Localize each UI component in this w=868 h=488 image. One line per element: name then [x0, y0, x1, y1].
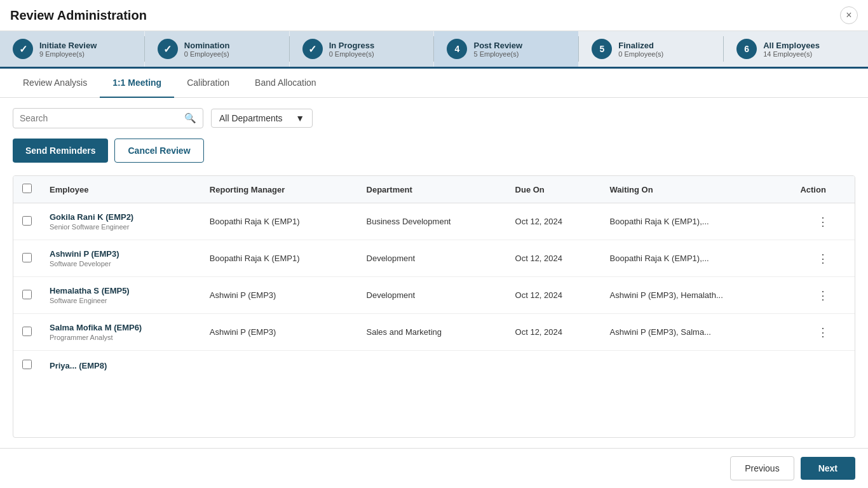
- waiting-cell-0: Boopathi Raja K (EMP1),...: [601, 203, 792, 240]
- tab-calibration[interactable]: Calibration: [174, 69, 242, 98]
- step-in-progress[interactable]: In Progress0 Employee(s): [290, 31, 434, 67]
- step-finalized[interactable]: 5Finalized0 Employee(s): [579, 31, 723, 67]
- action-cell-2: ⋮: [791, 277, 855, 314]
- action-menu-3[interactable]: ⋮: [800, 325, 846, 339]
- step-info-5: Finalized0 Employee(s): [618, 41, 663, 58]
- row-checkbox-cell-4: [13, 351, 41, 381]
- action-cell-1: ⋮: [791, 240, 855, 277]
- manager-cell-4: [201, 351, 358, 381]
- emp-cell-0: Gokila Rani K (EMP2)Senior Software Engi…: [41, 203, 201, 240]
- dept-cell-2: Development: [358, 277, 506, 314]
- department-label: All Departments: [219, 113, 283, 123]
- action-menu-0[interactable]: ⋮: [800, 215, 846, 229]
- step-all-employees[interactable]: 6All Employees14 Employee(s): [724, 31, 868, 67]
- step-name-5: Finalized: [618, 41, 663, 50]
- step-nomination[interactable]: Nomination0 Employee(s): [145, 31, 289, 67]
- step-count-3: 0 Employee(s): [329, 50, 375, 58]
- row-checkbox-4[interactable]: [22, 360, 32, 369]
- col-reporting-manager: Reporting Manager: [201, 176, 358, 203]
- emp-cell-4: Priya... (EMP8): [41, 351, 201, 381]
- previous-button[interactable]: Previous: [730, 456, 794, 480]
- step-count-4: 5 Employee(s): [473, 50, 522, 58]
- table-row: Ashwini P (EMP3)Software DeveloperBoopat…: [13, 240, 855, 277]
- tab-1on1-meeting[interactable]: 1:1 Meeting: [100, 69, 174, 98]
- cancel-review-button[interactable]: Cancel Review: [114, 139, 203, 163]
- action-cell-4: [791, 351, 855, 381]
- step-name-3: In Progress: [329, 41, 375, 50]
- step-info-4: Post Review5 Employee(s): [473, 41, 522, 58]
- actions-row: Send Reminders Cancel Review: [13, 139, 855, 163]
- steps-bar: Initiate Review9 Employee(s)Nomination0 …: [0, 31, 868, 69]
- emp-role-2: Software Engineer: [50, 297, 192, 304]
- row-checkbox-2[interactable]: [22, 290, 32, 299]
- col-waiting-on: Waiting On: [601, 176, 792, 203]
- emp-role-0: Senior Software Engineer: [50, 223, 192, 231]
- due-cell-3: Oct 12, 2024: [506, 314, 601, 351]
- step-icon-1: [13, 39, 33, 59]
- row-checkbox-0[interactable]: [22, 216, 32, 226]
- dept-cell-0: Business Development: [358, 203, 506, 240]
- filter-row: 🔍 All Departments ▼: [13, 108, 855, 128]
- step-icon-3: [302, 39, 323, 59]
- action-menu-2[interactable]: ⋮: [800, 288, 846, 302]
- footer: Previous Next: [0, 448, 868, 488]
- waiting-cell-3: Ashwini P (EMP3), Salma...: [601, 314, 792, 351]
- close-button[interactable]: ×: [840, 6, 858, 24]
- tab-review-analysis[interactable]: Review Analysis: [10, 69, 100, 98]
- step-count-6: 14 Employee(s): [763, 50, 820, 58]
- header: Review Administration ×: [0, 0, 868, 31]
- emp-cell-1: Ashwini P (EMP3)Software Developer: [41, 240, 201, 277]
- select-all-checkbox[interactable]: [22, 184, 32, 193]
- tabs-bar: Review Analysis1:1 MeetingCalibrationBan…: [0, 69, 868, 98]
- table-row: Salma Mofika M (EMP6)Programmer AnalystA…: [13, 314, 855, 351]
- emp-name-0: Gokila Rani K (EMP2): [50, 212, 192, 222]
- col-due-on: Due On: [506, 176, 601, 203]
- step-initiate-review[interactable]: Initiate Review9 Employee(s): [0, 31, 144, 67]
- row-checkbox-1[interactable]: [22, 253, 32, 262]
- main-container: Review Administration × Initiate Review9…: [0, 0, 868, 488]
- emp-role-3: Programmer Analyst: [50, 334, 192, 341]
- manager-cell-1: Boopathi Raja K (EMP1): [201, 240, 358, 277]
- emp-cell-3: Salma Mofika M (EMP6)Programmer Analyst: [41, 314, 201, 351]
- content-area: 🔍 All Departments ▼ Send Reminders Cance…: [0, 98, 868, 448]
- step-name-1: Initiate Review: [39, 41, 97, 50]
- step-count-1: 9 Employee(s): [39, 50, 97, 58]
- step-count-2: 0 Employee(s): [184, 50, 230, 58]
- due-cell-4: [506, 351, 601, 381]
- row-checkbox-3[interactable]: [22, 327, 32, 336]
- step-info-3: In Progress0 Employee(s): [329, 41, 375, 58]
- search-input[interactable]: [20, 113, 184, 123]
- due-cell-1: Oct 12, 2024: [506, 240, 601, 277]
- manager-cell-0: Boopathi Raja K (EMP1): [201, 203, 358, 240]
- table-row: Gokila Rani K (EMP2)Senior Software Engi…: [13, 203, 855, 240]
- step-post-review[interactable]: 4Post Review5 Employee(s): [434, 31, 578, 69]
- department-dropdown[interactable]: All Departments ▼: [211, 109, 313, 128]
- waiting-cell-1: Boopathi Raja K (EMP1),...: [601, 240, 792, 277]
- next-button[interactable]: Next: [801, 457, 855, 480]
- emp-role-1: Software Developer: [50, 260, 192, 268]
- emp-cell-2: Hemalatha S (EMP5)Software Engineer: [41, 277, 201, 314]
- table-header-row: Employee Reporting Manager Department Du…: [13, 176, 855, 203]
- table-row: Hemalatha S (EMP5)Software EngineerAshwi…: [13, 277, 855, 314]
- step-name-4: Post Review: [473, 41, 522, 50]
- row-checkbox-cell-0: [13, 203, 41, 240]
- dept-cell-3: Sales and Marketing: [358, 314, 506, 351]
- step-icon-2: [158, 39, 178, 59]
- row-checkbox-cell-1: [13, 240, 41, 277]
- dept-cell-1: Development: [358, 240, 506, 277]
- waiting-cell-4: [601, 351, 792, 381]
- page-title: Review Administration: [10, 8, 147, 23]
- col-action: Action: [791, 176, 855, 203]
- waiting-cell-2: Ashwini P (EMP3), Hemalath...: [601, 277, 792, 314]
- emp-name-4: Priya... (EMP8): [50, 361, 192, 370]
- action-menu-1[interactable]: ⋮: [800, 252, 846, 266]
- emp-name-1: Ashwini P (EMP3): [50, 249, 192, 259]
- tab-band-allocation[interactable]: Band Allocation: [242, 69, 329, 98]
- send-reminders-button[interactable]: Send Reminders: [13, 139, 108, 163]
- step-name-6: All Employees: [763, 41, 820, 50]
- step-count-5: 0 Employee(s): [618, 50, 663, 58]
- step-icon-4: 4: [447, 39, 467, 59]
- step-info-6: All Employees14 Employee(s): [763, 41, 820, 58]
- due-cell-2: Oct 12, 2024: [506, 277, 601, 314]
- emp-name-3: Salma Mofika M (EMP6): [50, 323, 192, 332]
